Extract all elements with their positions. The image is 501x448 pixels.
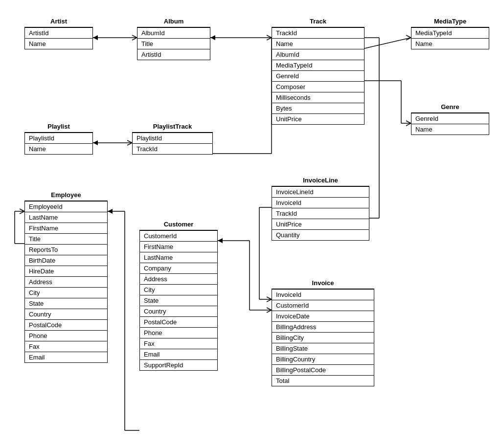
invoice-field-invoiceid: InvoiceId xyxy=(272,289,374,300)
playlist-title: Playlist xyxy=(25,122,92,131)
track-field-unitprice: UnitPrice xyxy=(272,113,364,124)
svg-line-15 xyxy=(406,123,411,126)
mediatype-field-name: Name xyxy=(411,38,489,49)
invoiceline-field-invoicelineid: InvoiceLineId xyxy=(272,186,369,197)
erd-diagram: Artist ArtistId Name Album AlbumId Title… xyxy=(0,0,501,448)
invoice-field-billingpostalcode: BillingPostalCode xyxy=(272,364,374,375)
svg-marker-7 xyxy=(210,35,215,40)
employee-field-postalcode: PostalCode xyxy=(25,319,107,330)
playlisttrack-title: PlaylistTrack xyxy=(133,122,212,131)
svg-line-25 xyxy=(20,209,24,211)
customer-field-firstname: FirstName xyxy=(140,241,217,252)
invoice-field-billingstate: BillingState xyxy=(272,343,374,354)
playlisttrack-field-playlistid: PlaylistId xyxy=(133,133,212,143)
svg-marker-17 xyxy=(93,140,98,145)
employee-field-city: City xyxy=(25,287,107,298)
svg-line-14 xyxy=(406,121,411,123)
artist-table: Artist ArtistId Name xyxy=(24,27,93,49)
svg-line-9 xyxy=(406,35,411,38)
invoice-field-invoicedate: InvoiceDate xyxy=(272,311,374,321)
employee-field-birthdate: BirthDate xyxy=(25,255,107,266)
playlist-table: Playlist PlaylistId Name xyxy=(24,132,93,155)
album-field-albumid: AlbumId xyxy=(137,27,210,38)
svg-line-3 xyxy=(132,38,137,40)
track-field-milliseconds: Milliseconds xyxy=(272,92,364,103)
customer-field-phone: Phone xyxy=(140,327,217,338)
svg-line-18 xyxy=(127,140,132,143)
track-table: Track TrackId Name AlbumId MediaTypeId G… xyxy=(272,27,364,125)
employee-field-employeeid: EmployeeId xyxy=(25,201,107,212)
album-table: Album AlbumId Title ArtistId xyxy=(137,27,210,60)
employee-field-phone: Phone xyxy=(25,330,107,341)
employee-field-reportsto: ReportsTo xyxy=(25,244,107,255)
invoice-field-billingaddress: BillingAddress xyxy=(272,321,374,332)
svg-line-34 xyxy=(267,297,272,299)
track-field-genreid: GenreId xyxy=(272,70,364,81)
genre-field-genreid: GenreId xyxy=(411,113,489,124)
customer-title: Customer xyxy=(140,220,217,229)
genre-title: Genre xyxy=(411,102,489,112)
customer-field-lastname: LastName xyxy=(140,252,217,263)
customer-field-company: Company xyxy=(140,263,217,273)
invoice-field-billingcountry: BillingCountry xyxy=(272,354,374,364)
customer-field-supportrepid: SupportRepId xyxy=(140,359,217,370)
mediatype-field-mediatypeid: MediaTypeId xyxy=(411,27,489,38)
track-field-composer: Composer xyxy=(272,81,364,92)
playlist-field-name: Name xyxy=(25,143,92,154)
invoiceline-field-unitprice: UnitPrice xyxy=(272,219,369,229)
invoice-table: Invoice InvoiceId CustomerId InvoiceDate… xyxy=(272,289,374,386)
album-field-title: Title xyxy=(137,38,210,49)
svg-marker-44 xyxy=(218,238,223,243)
svg-marker-30 xyxy=(108,209,113,214)
genre-field-name: Name xyxy=(411,124,489,134)
customer-field-fax: Fax xyxy=(140,338,217,349)
svg-line-35 xyxy=(267,299,272,302)
svg-line-2 xyxy=(132,35,137,38)
employee-field-address: Address xyxy=(25,276,107,287)
artist-field-artistid: ArtistId xyxy=(25,27,92,38)
invoiceline-title: InvoiceLine xyxy=(272,176,369,185)
track-field-name: Name xyxy=(272,38,364,49)
customer-table: Customer CustomerId FirstName LastName C… xyxy=(139,230,218,371)
customer-field-address: Address xyxy=(140,273,217,284)
album-title: Album xyxy=(137,17,210,26)
track-field-bytes: Bytes xyxy=(272,103,364,113)
svg-line-10 xyxy=(406,38,411,40)
employee-field-fax: Fax xyxy=(25,341,107,352)
svg-line-43 xyxy=(267,310,272,313)
track-title: Track xyxy=(272,17,364,26)
invoice-field-billingcity: BillingCity xyxy=(272,332,374,343)
employee-field-email: Email xyxy=(25,352,107,362)
employee-field-title: Title xyxy=(25,233,107,244)
invoice-title: Invoice xyxy=(272,278,374,288)
invoiceline-field-trackid: TrackId xyxy=(272,208,369,219)
svg-line-42 xyxy=(267,308,272,310)
svg-line-8 xyxy=(364,38,411,48)
artist-title: Artist xyxy=(25,17,92,26)
employee-table: Employee EmployeeId LastName FirstName T… xyxy=(24,201,108,363)
playlisttrack-field-trackid: TrackId xyxy=(133,143,212,154)
invoice-field-customerid: CustomerId xyxy=(272,300,374,311)
employee-field-firstname: FirstName xyxy=(25,223,107,233)
album-field-artistid: ArtistId xyxy=(137,49,210,60)
track-field-mediatypeid: MediaTypeId xyxy=(272,60,364,70)
employee-title: Employee xyxy=(25,190,107,200)
mediatype-table: MediaType MediaTypeId Name xyxy=(411,27,489,49)
customer-field-city: City xyxy=(140,284,217,295)
employee-field-country: Country xyxy=(25,309,107,319)
svg-marker-1 xyxy=(93,35,98,40)
svg-line-6 xyxy=(267,38,272,40)
playlist-field-playlistid: PlaylistId xyxy=(25,133,92,143)
genre-table: Genre GenreId Name xyxy=(411,112,489,135)
artist-field-name: Name xyxy=(25,38,92,49)
invoiceline-table: InvoiceLine InvoiceLineId InvoiceId Trac… xyxy=(272,186,369,241)
customer-field-customerid: CustomerId xyxy=(140,230,217,241)
track-field-trackid: TrackId xyxy=(272,27,364,38)
playlisttrack-table: PlaylistTrack PlaylistId TrackId xyxy=(132,132,213,155)
invoice-field-total: Total xyxy=(272,375,374,386)
invoiceline-field-invoiceid: InvoiceId xyxy=(272,197,369,208)
customer-field-email: Email xyxy=(140,349,217,359)
track-field-albumid: AlbumId xyxy=(272,49,364,60)
employee-field-lastname: LastName xyxy=(25,212,107,223)
svg-line-5 xyxy=(267,35,272,38)
